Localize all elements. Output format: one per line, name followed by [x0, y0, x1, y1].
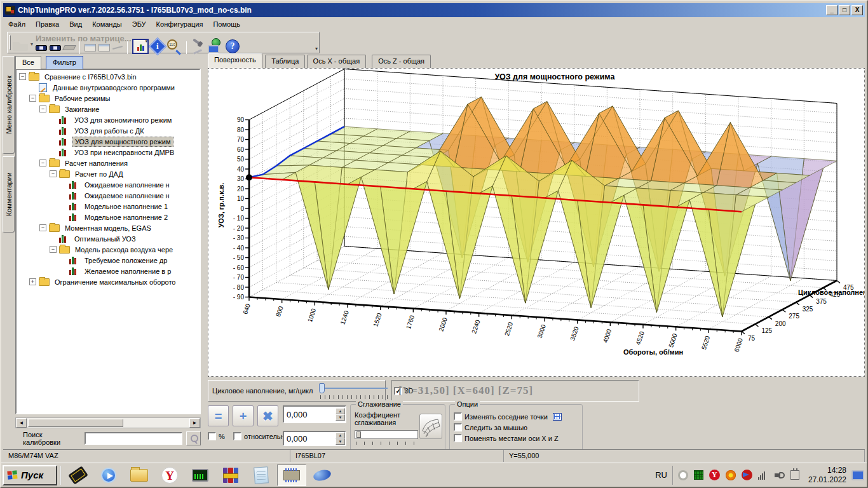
signal-bars-icon[interactable] — [758, 471, 769, 480]
maximize-button[interactable]: □ — [839, 5, 850, 15]
collapse-icon[interactable]: − — [19, 73, 26, 80]
tree-item[interactable]: −Рабочие режимы — [19, 93, 200, 104]
zoom-110-icon[interactable]: 110 — [166, 39, 182, 53]
sidebar-tab-calibration-menu[interactable]: Меню калибровок — [3, 56, 15, 154]
minimize-button[interactable]: _ — [826, 5, 837, 15]
tree-item[interactable]: −Сравнение с I765BL07v3.bin — [19, 71, 200, 82]
toolbar-overflow-icon[interactable]: ▾ — [315, 46, 318, 51]
settings-flower-icon[interactable] — [726, 470, 736, 480]
surface-chart-panel[interactable]: - 90- 80- 70- 60- 50- 40- 30- 20- 100102… — [208, 68, 865, 377]
search-input[interactable] — [85, 432, 182, 445]
window-view2-icon[interactable] — [98, 44, 110, 51]
start-button[interactable]: Пуск — [3, 465, 57, 485]
close-button[interactable]: X — [851, 5, 863, 15]
tree-tab-all[interactable]: Все — [15, 56, 41, 69]
winrar-icon[interactable] — [216, 464, 245, 486]
menu-item-Конфигурация[interactable]: Конфигурация — [151, 18, 208, 30]
tree-item[interactable]: −Зажигание — [19, 104, 200, 114]
antivirus-swirl-icon[interactable] — [678, 470, 688, 480]
set-equal-button[interactable]: = — [208, 405, 229, 426]
table-tool2-icon[interactable] — [50, 45, 61, 51]
tree-tab-filter[interactable]: Фильтр — [46, 56, 83, 69]
hardware-monitor-icon[interactable] — [186, 464, 215, 486]
delete-button[interactable]: ✖ — [257, 405, 278, 426]
clock[interactable]: 14:28 27.01.2022 — [804, 466, 850, 485]
table-tool-icon[interactable] — [36, 45, 47, 51]
ccleaner-icon[interactable] — [742, 470, 752, 480]
settings-tools-icon[interactable] — [191, 39, 205, 53]
tree-item[interactable]: УОЗ для работы с ДК — [19, 125, 200, 136]
menu-item-Помощь[interactable]: Помощь — [208, 18, 245, 30]
tree-horizontal-scrollbar[interactable]: ◄ ► — [15, 417, 201, 428]
green-grid-icon[interactable] — [694, 470, 703, 480]
open-file-icon[interactable] — [13, 38, 28, 51]
yandex-browser-icon[interactable]: Y — [155, 464, 184, 486]
option-checkbox-1[interactable] — [454, 412, 462, 421]
collapse-icon[interactable]: − — [39, 105, 46, 112]
tree-item[interactable]: Модельное наполнение 2 — [19, 212, 200, 222]
tree-item[interactable]: −Расчет по ДАД — [19, 168, 200, 179]
collapse-icon[interactable]: − — [50, 246, 57, 253]
menu-item-Файл[interactable]: Файл — [3, 18, 31, 30]
collapse-icon[interactable]: − — [50, 170, 57, 177]
chevron-down-icon[interactable]: ▾ — [31, 41, 33, 47]
smoothing-slider[interactable] — [355, 430, 418, 439]
toolbar-grip[interactable] — [9, 35, 11, 50]
scrollbar-thumb[interactable] — [28, 419, 123, 427]
slider-thumb[interactable] — [319, 383, 325, 393]
tree-item[interactable]: УОЗ для экономичного режим — [19, 114, 200, 125]
percent-checkbox[interactable] — [208, 432, 216, 440]
window-view-icon[interactable] — [85, 44, 96, 51]
expand-icon[interactable]: + — [29, 278, 36, 285]
power-plug-icon[interactable] — [790, 470, 799, 480]
value-spinner[interactable]: 0,000 ▲▼ — [283, 405, 346, 423]
tab-Поверхность[interactable]: Поверхность — [208, 53, 262, 68]
smoothing-slider-thumb[interactable] — [356, 431, 361, 438]
cyclic-fill-slider[interactable] — [318, 383, 389, 399]
chip-icon[interactable] — [64, 464, 93, 486]
tree-item[interactable]: Ожидаемое наполнение н — [19, 179, 200, 190]
media-player-icon[interactable] — [94, 464, 123, 486]
tree-item[interactable]: Ожидаемое наполнение н — [19, 190, 200, 201]
add-button[interactable]: + — [233, 405, 254, 426]
collapse-icon[interactable]: − — [39, 224, 46, 231]
eraser-icon[interactable] — [62, 45, 76, 50]
network-globe-icon[interactable] — [208, 39, 223, 53]
collapse-icon[interactable]: − — [29, 95, 36, 102]
tree-item[interactable]: +Ограничение максимальных оборото — [19, 276, 200, 287]
tree-item[interactable]: УОЗ для мощностного режим — [19, 136, 200, 147]
menu-item-Правка[interactable]: Правка — [31, 18, 64, 30]
menu-item-Вид[interactable]: Вид — [64, 18, 87, 30]
info-icon[interactable]: i — [149, 37, 166, 55]
tree-item[interactable]: Модельное наполнение 1 — [19, 201, 200, 212]
tree-item[interactable]: Данные внутризаводского программи — [19, 82, 200, 93]
show-desktop-icon[interactable] — [851, 470, 864, 480]
blue-mouse-icon[interactable] — [308, 464, 337, 486]
scroll-left-arrow[interactable]: ◄ — [16, 418, 27, 428]
tab-Таблица[interactable]: Таблица — [265, 55, 305, 68]
tree-item[interactable]: −Моментная модель, EGAS — [19, 222, 200, 233]
tree-item[interactable]: Желаемое наполнение в р — [19, 266, 200, 276]
table-grid-icon[interactable] — [553, 413, 562, 421]
menu-item-Команды[interactable]: Команды — [87, 18, 127, 30]
tab-Ось X - общая[interactable]: Ось X - общая — [307, 55, 367, 68]
tree-item[interactable]: Требуемое положение др — [19, 255, 200, 266]
help-icon[interactable]: ? — [226, 39, 240, 53]
chart-view-toggle[interactable] — [132, 39, 149, 54]
yandex-tray-icon[interactable]: Y — [709, 470, 720, 480]
menu-item-ЭБУ[interactable]: ЭБУ — [127, 18, 151, 30]
tree-item[interactable]: −Модель расхода воздуха чере — [19, 244, 200, 255]
tab-Ось Z - общая[interactable]: Ось Z - общая — [372, 55, 431, 68]
tree-item[interactable]: −Расчет наполнения — [19, 158, 200, 168]
line-tool-icon[interactable] — [112, 46, 123, 50]
tree-item[interactable]: Оптимальный УОЗ — [19, 233, 200, 244]
apply-smoothing-button[interactable] — [419, 414, 442, 439]
search-button[interactable] — [186, 431, 201, 445]
option-checkbox-2[interactable] — [454, 423, 462, 431]
collapse-icon[interactable]: − — [39, 159, 46, 166]
relative-checkbox[interactable] — [233, 432, 241, 440]
volume-icon[interactable] — [775, 471, 785, 480]
chiptuning-active-icon[interactable] — [277, 464, 306, 486]
scroll-right-arrow[interactable]: ► — [189, 418, 200, 428]
tree-item[interactable]: УОЗ при неисправности ДМРВ — [19, 147, 200, 158]
